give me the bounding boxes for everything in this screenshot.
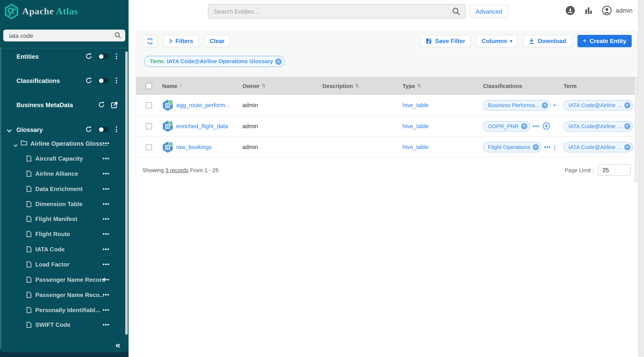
sidebar-left-scrollbar[interactable] [0, 47, 1, 349]
column-header-description[interactable]: Description⇅ [318, 83, 398, 89]
sidebar-collapse-icon[interactable]: « [116, 340, 120, 350]
row-checkbox[interactable] [146, 102, 152, 108]
select-all-checkbox[interactable] [146, 83, 152, 89]
search-icon[interactable] [452, 8, 460, 17]
sidebar: Apache Atlas Entities Classifications [0, 0, 128, 352]
more-classifications[interactable]: ••• [533, 123, 540, 129]
open-external-icon[interactable] [111, 101, 118, 108]
glossary-term-item[interactable]: Data Enrichment••• [0, 184, 128, 194]
page-limit-input[interactable] [598, 164, 631, 176]
downloads-icon[interactable] [566, 6, 575, 15]
row-checkbox[interactable] [146, 144, 152, 150]
sidebar-section-entities[interactable]: Entities [0, 51, 128, 62]
remove-filter-icon[interactable]: ✕ [275, 58, 282, 65]
kebab-menu-icon[interactable] [115, 126, 118, 133]
remove-term-icon[interactable]: ✕ [624, 102, 630, 108]
type-link[interactable]: hive_table [402, 123, 429, 129]
user-icon[interactable] [602, 6, 612, 15]
sidebar-section-glossary[interactable]: Glossary [0, 124, 128, 135]
item-menu-icon[interactable]: ••• [103, 140, 110, 146]
remove-term-icon[interactable]: ✕ [624, 123, 630, 129]
glossary-term-item[interactable]: Passenger Name Record••• [0, 275, 128, 284]
add-classification-icon[interactable] [542, 122, 550, 130]
item-menu-icon[interactable]: ••• [103, 186, 110, 192]
type-link[interactable]: hive_table [402, 144, 429, 150]
remove-classification-icon[interactable]: ✕ [532, 144, 539, 150]
remove-classification-icon[interactable]: ✕ [521, 123, 527, 129]
username-label[interactable]: admin [616, 7, 632, 14]
glossary-term-item[interactable]: Personally Identifiabl...••• [0, 306, 128, 314]
refresh-icon[interactable] [98, 101, 105, 108]
sidebar-section-business-metadata[interactable]: Business MetaData [0, 99, 128, 110]
item-menu-icon[interactable]: ••• [103, 307, 110, 313]
atlas-logo[interactable]: Apache Atlas [4, 3, 78, 20]
advanced-search-button[interactable]: Advanced [470, 5, 508, 18]
entities-toggle[interactable] [98, 54, 109, 59]
column-header-classifications[interactable]: Classifications [478, 83, 559, 89]
refresh-icon[interactable] [85, 77, 92, 84]
table-scrollbar[interactable] [634, 77, 637, 182]
term-tag: IATA Code@Airline ...✕ [564, 121, 633, 131]
glossary-toggle[interactable] [98, 126, 109, 132]
item-menu-icon[interactable]: ••• [103, 292, 110, 298]
glossary-term-item[interactable]: SWIFT Code••• [0, 320, 128, 329]
item-menu-icon[interactable]: ••• [103, 246, 110, 252]
item-menu-icon[interactable]: ••• [103, 231, 110, 237]
column-header-term[interactable]: Term [559, 83, 638, 89]
more-classifications[interactable]: •· [554, 102, 558, 108]
column-header-name[interactable]: Name↑ [157, 83, 238, 89]
hive-table-entity-icon [162, 141, 174, 153]
remove-term-icon[interactable]: ✕ [624, 144, 630, 150]
page-limit-label: Page Limit : [564, 167, 594, 173]
glossary-term-item[interactable]: Aircraft Capacity••• [0, 154, 128, 163]
sidebar-search-input[interactable] [3, 30, 126, 42]
glossary-term-item[interactable]: Dimension Table••• [0, 200, 128, 208]
create-entity-button[interactable]: + Create Entity [577, 35, 632, 47]
column-header-owner[interactable]: Owner⇅ [238, 83, 318, 89]
glossary-term-item[interactable]: Passenger Name Reco...••• [0, 290, 128, 299]
item-menu-icon[interactable]: ••• [103, 201, 110, 207]
sidebar-section-classifications[interactable]: Classifications [0, 75, 128, 86]
remove-classification-icon[interactable]: ✕ [542, 102, 548, 108]
more-classifications[interactable]: ••• [544, 144, 551, 150]
item-menu-icon[interactable]: ••• [103, 216, 110, 222]
item-menu-icon[interactable]: ••• [103, 156, 110, 162]
kebab-menu-icon[interactable] [115, 77, 118, 84]
glossary-term-item[interactable]: Flight Route••• [0, 230, 128, 238]
glossary-term-item[interactable]: IATA Code••• [0, 245, 128, 254]
chevron-down-icon[interactable] [14, 141, 18, 149]
item-menu-icon[interactable]: ••• [103, 171, 110, 177]
sidebar-scrollbar[interactable] [125, 52, 128, 335]
item-menu-icon[interactable]: ••• [103, 276, 110, 283]
glossary-term-item[interactable]: Flight Manifest••• [0, 214, 128, 224]
search-results-card: Filters Clear Save Filter Columns ▾ Down… [136, 31, 638, 182]
glossary-term-item[interactable]: Load Factor••• [0, 260, 128, 269]
statistics-icon[interactable] [585, 7, 592, 14]
entity-name-link[interactable]: raw_bookings [176, 144, 212, 150]
entity-name-link[interactable]: enriched_flight_data [176, 123, 228, 129]
refresh-icon[interactable] [85, 126, 92, 133]
save-filter-button[interactable]: Save Filter [420, 35, 471, 47]
sidebar-search-icon[interactable] [114, 32, 121, 40]
entity-search-input[interactable] [208, 4, 465, 18]
refresh-icon[interactable] [85, 53, 92, 60]
glossary-tree-root[interactable]: Airline Operations Gloss... ••• [0, 139, 128, 148]
classification-tag: GDPR_PNR✕ [483, 121, 530, 131]
page-scrollbar[interactable] [638, 0, 644, 357]
row-checkbox[interactable] [146, 123, 152, 129]
columns-button[interactable]: Columns ▾ [476, 35, 518, 47]
column-header-type[interactable]: Type⇅ [398, 83, 478, 89]
item-menu-icon[interactable]: ••• [103, 262, 110, 268]
clear-button[interactable]: Clear [204, 35, 230, 47]
chevron-down-icon[interactable] [6, 127, 12, 134]
download-button[interactable]: Download [524, 35, 572, 47]
item-menu-icon[interactable]: ••• [103, 322, 110, 328]
records-count-link[interactable]: 3 records [165, 167, 188, 173]
kebab-menu-icon[interactable] [115, 52, 118, 60]
refresh-results-button[interactable] [142, 35, 158, 47]
classifications-toggle[interactable] [98, 78, 109, 84]
glossary-term-item[interactable]: Airline Alliance••• [0, 169, 128, 178]
entity-name-link[interactable]: agg_route_perform... [176, 102, 230, 108]
type-link[interactable]: hive_table [402, 102, 429, 108]
filters-button[interactable]: Filters [164, 35, 198, 47]
